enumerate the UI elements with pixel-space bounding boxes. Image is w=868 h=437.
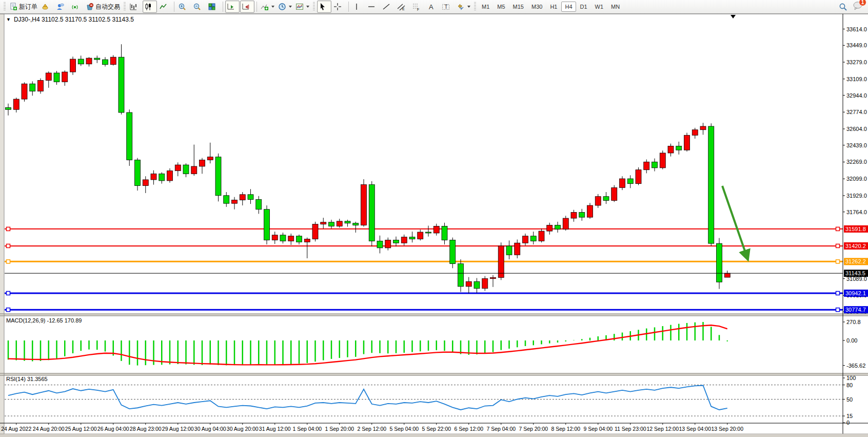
- indicators-dropdown-caret[interactable]: [271, 6, 274, 8]
- tile-windows-button[interactable]: [206, 1, 221, 13]
- time-label[interactable]: 7 Sep 04:00: [486, 426, 516, 432]
- cursor-tool-button[interactable]: [317, 1, 331, 13]
- candle-body: [620, 179, 625, 187]
- periods-dropdown-caret[interactable]: [289, 6, 292, 8]
- candle-body: [515, 243, 520, 255]
- timeframe-m1[interactable]: M1: [478, 2, 493, 12]
- periods-button[interactable]: [277, 1, 293, 13]
- time-label[interactable]: 6 Sep 12:00: [454, 426, 483, 432]
- pane-separator[interactable]: [0, 373, 868, 375]
- arrows-dropdown-caret[interactable]: [467, 6, 470, 8]
- toolbar-grip[interactable]: [124, 2, 126, 11]
- time-label[interactable]: 13 Sep 04:00: [679, 426, 712, 432]
- time-label[interactable]: 11 Sep 23:00: [615, 426, 646, 432]
- line-handle[interactable]: [836, 308, 840, 312]
- candle-body: [676, 146, 682, 150]
- time-label[interactable]: 26 Aug 04:00: [97, 426, 129, 432]
- text-label-tool-button[interactable]: T: [440, 1, 455, 13]
- candlestick-mode-button[interactable]: [143, 1, 157, 13]
- time-label[interactable]: 25 Aug 12:00: [65, 426, 97, 432]
- time-label[interactable]: 1 Sep 04:00: [292, 426, 322, 432]
- crosshair-tool-button[interactable]: [332, 1, 346, 13]
- candle-body: [54, 73, 60, 82]
- timeframe-d1[interactable]: D1: [577, 2, 591, 12]
- community-button[interactable]: [54, 1, 69, 13]
- horizontal-line-tool-button[interactable]: [366, 1, 380, 13]
- chart-shift-button[interactable]: [240, 1, 254, 13]
- bar-chart-icon: [129, 3, 137, 11]
- candle-body: [200, 160, 205, 166]
- timeframe-m15[interactable]: M15: [509, 2, 527, 12]
- price-tick-label: 32774.0: [846, 109, 867, 115]
- timeframe-h4[interactable]: H4: [561, 2, 576, 12]
- pane-separator[interactable]: [0, 314, 868, 316]
- time-label[interactable]: 5 Sep 22:00: [422, 426, 451, 432]
- bottom-window-edge: [0, 434, 868, 437]
- toolbar-grip[interactable]: [4, 2, 6, 11]
- notifications-button[interactable]: 1: [853, 1, 863, 12]
- time-label[interactable]: 12 Sep 12:00: [647, 426, 679, 432]
- line-handle[interactable]: [836, 227, 840, 231]
- bar-chart-mode-button[interactable]: [128, 1, 142, 13]
- fibonacci-tool-button[interactable]: F: [410, 1, 425, 13]
- line-handle[interactable]: [836, 244, 840, 248]
- new-order-button[interactable]: 新订单: [8, 1, 39, 13]
- zoom-in-icon: [178, 3, 186, 11]
- time-label[interactable]: 31 Aug 12:00: [259, 426, 291, 432]
- search-icon[interactable]: [839, 3, 847, 11]
- line-handle[interactable]: [7, 244, 10, 248]
- vertical-line-tool-button[interactable]: [351, 1, 365, 13]
- line-handle[interactable]: [836, 260, 840, 263]
- timeframe-m5[interactable]: M5: [494, 2, 508, 12]
- trendline-tool-button[interactable]: [381, 1, 395, 13]
- templates-button[interactable]: [294, 1, 311, 13]
- time-label[interactable]: 1 Sep 20:00: [325, 426, 354, 432]
- line-handle[interactable]: [7, 308, 10, 312]
- line-chart-mode-button[interactable]: [157, 1, 172, 13]
- toolbar-grip[interactable]: [474, 2, 476, 11]
- line-handle[interactable]: [7, 227, 10, 231]
- price-tick-label: 33279.0: [846, 59, 867, 65]
- time-label[interactable]: 24 Aug 20:00: [33, 426, 65, 432]
- main-toolbar: 新订单 自动交易: [0, 0, 868, 14]
- auto-scroll-icon: [227, 3, 235, 11]
- line-handle[interactable]: [7, 260, 10, 263]
- time-label[interactable]: 8 Sep 12:00: [551, 426, 580, 432]
- timeframe-h1[interactable]: H1: [546, 2, 561, 12]
- zoom-in-button[interactable]: [176, 1, 191, 13]
- zoom-out-button[interactable]: [191, 1, 206, 13]
- arrows-tool-button[interactable]: [455, 1, 472, 13]
- auto-trading-icon: [86, 3, 94, 11]
- candle-body: [377, 241, 383, 248]
- signals-button[interactable]: [69, 1, 84, 13]
- candle-body: [329, 222, 334, 226]
- symbol-ohlc-text: DJ30-,H4 31102.5 31170.5 31102.5 31143.5: [14, 16, 134, 23]
- macd-axis-label: 270.8: [846, 319, 861, 325]
- time-label[interactable]: 30 Aug 20:00: [227, 426, 259, 432]
- time-label[interactable]: 2 Sep 12:00: [357, 426, 386, 432]
- auto-scroll-button[interactable]: [225, 1, 240, 13]
- market-button[interactable]: [40, 1, 54, 13]
- time-label[interactable]: 29 Aug 12:00: [162, 426, 194, 432]
- toolbar-grip[interactable]: [313, 2, 315, 11]
- text-tool-button[interactable]: A: [425, 1, 440, 13]
- timeframe-w1[interactable]: W1: [591, 2, 607, 12]
- candle-body: [224, 196, 229, 203]
- symbol-dropdown-arrow[interactable]: ▼: [6, 17, 11, 22]
- line-handle[interactable]: [836, 291, 840, 295]
- time-label[interactable]: 24 Aug 2022: [1, 426, 31, 432]
- templates-dropdown-caret[interactable]: [306, 6, 309, 8]
- indicators-button[interactable]: [259, 1, 276, 13]
- time-label[interactable]: 7 Sep 20:00: [519, 426, 548, 432]
- time-label[interactable]: 30 Aug 04:00: [194, 426, 226, 432]
- time-label[interactable]: 5 Sep 04:00: [389, 426, 419, 432]
- line-handle[interactable]: [7, 291, 10, 295]
- time-label[interactable]: 9 Sep 04:00: [583, 426, 613, 432]
- time-label[interactable]: 28 Aug 23:00: [130, 426, 162, 432]
- timeframe-m30[interactable]: M30: [528, 2, 546, 12]
- chart-canvas[interactable]: 33614.033449.033279.033109.032944.032774…: [0, 0, 868, 437]
- timeframe-mn[interactable]: MN: [607, 2, 623, 12]
- auto-trading-button[interactable]: 自动交易: [84, 1, 122, 13]
- time-label[interactable]: 13 Sep 20:00: [712, 426, 744, 432]
- channel-tool-button[interactable]: E: [396, 1, 410, 13]
